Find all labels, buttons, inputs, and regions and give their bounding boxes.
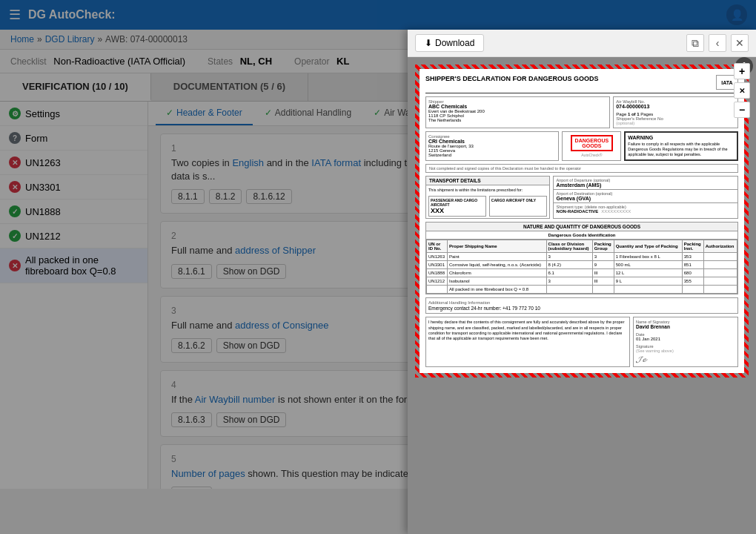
airport-dep-value: Amsterdam (AMS) — [557, 182, 735, 188]
handling-title: Additional Handling Information — [428, 300, 735, 305]
document-stripe-border: SHIPPER'S DECLARATION FOR DANGEROUS GOOD… — [415, 65, 749, 378]
consignee-addr3: Switzerland — [428, 153, 556, 157]
shipment-type-value2: XXXXXXXXXX — [601, 209, 631, 214]
signature-note: (See warning above) — [636, 349, 735, 353]
th-pg: PackingGroup — [592, 240, 614, 253]
zoom-out-btn[interactable]: − — [734, 102, 750, 118]
dg-logo: DANGEROUSGOODS — [571, 135, 614, 151]
download-icon: ⬇ — [425, 38, 432, 48]
nature-title: NATURE AND QUANTITY OF DANGEROUS GOODS — [426, 222, 737, 231]
passenger-cargo-label: PASSENGER AND CARGO AIRCRAFT XXX — [428, 196, 486, 217]
prev-page-btn[interactable]: ‹ — [709, 34, 726, 52]
shipper-addr3: The Netherlands — [428, 118, 607, 122]
zoom-in-btn[interactable]: + — [734, 63, 750, 79]
window-icon-btn[interactable]: ⧉ — [686, 34, 704, 52]
th-qty: Quantity and Type of Packing — [614, 240, 682, 253]
th-name: Proper Shipping Name — [447, 240, 546, 253]
close-modal-btn[interactable]: ✕ — [731, 34, 749, 52]
warning-text: Failure to comply in all respects with t… — [628, 142, 735, 157]
document-inner: SHIPPER'S DECLARATION FOR DANGEROUS GOOD… — [420, 69, 744, 373]
download-button[interactable]: ⬇ Download — [415, 34, 484, 52]
ref-value: (optional) — [616, 121, 735, 125]
airport-dest-value: Geneva (GVA) — [557, 196, 735, 201]
signed-copies-note: Not completed and signed copies of this … — [425, 164, 738, 173]
th-auth: Authorization — [703, 240, 737, 253]
transport-note: This shipment is within the limitations … — [426, 185, 549, 194]
doc-title: SHIPPER'S DECLARATION FOR DANGEROUS GOOD… — [425, 75, 599, 82]
signatory-name: David Brennan — [636, 324, 735, 329]
modal-toolbar: ⬇ Download ⧉ ‹ ✕ — [408, 30, 756, 57]
awb-value: 074-00000013 — [616, 104, 735, 109]
shipper-name: ABC Chemicals — [428, 104, 607, 109]
date-value: 01 Jan 2021 — [636, 337, 735, 341]
declaration-text: I hereby declare that the contents of th… — [428, 320, 627, 341]
dg-row-un3301: UN3301Corrosive liquid, self-heating, n.… — [427, 261, 737, 269]
dg-identification-label: Dangerous Goods Identification — [426, 231, 737, 240]
document-content: SHIPPER'S DECLARATION FOR DANGEROUS GOOD… — [420, 69, 744, 373]
modal-body: + ✕ − 1 SHIPPER'S DECLARATION FOR DANGER… — [408, 57, 756, 489]
modal-document-viewer: ⬇ Download ⧉ ‹ ✕ + ✕ − 1 — [408, 30, 756, 489]
dg-table: UN orID No. Proper Shipping Name Class o… — [426, 240, 737, 294]
handling-text: Emergency contact 24-hr number: +41 79 7… — [428, 306, 735, 311]
th-class: Class or Division(subsidiary hazard) — [546, 240, 592, 253]
cargo-only-label: CARGO AIRCRAFT ONLY — [489, 196, 547, 217]
dg-row-un1263: UN1263Paint331 Fibreboard box x 8 L353 — [427, 253, 737, 261]
dg-row-un1212: UN1212Isobutanol3III9 L355 — [427, 277, 737, 286]
signature-scrawl: 𝓙𝓮 — [636, 355, 735, 364]
warning-title: WARNING — [628, 135, 735, 140]
shipment-type-value: NON-RADIOACTIVE — [557, 209, 599, 214]
consignee-name: CRI Chemicals — [428, 139, 556, 144]
th-un: UN orID No. — [427, 240, 448, 253]
dg-row-all-packed: All packed in one fibreboard box Q = 0.8 — [427, 286, 737, 294]
zoom-fit-btn[interactable]: ✕ — [734, 82, 750, 99]
download-label: Download — [435, 38, 474, 48]
modal-overlay: ⬇ Download ⧉ ‹ ✕ + ✕ − 1 — [0, 0, 756, 489]
autocheck-logo: AutoCheck® — [581, 153, 602, 157]
transport-title: TRANSPORT DETAILS — [426, 177, 549, 185]
th-pi: PackingInst. — [682, 240, 703, 253]
dg-row-un1888: UN1888Chloroform6.1III12 L680 — [427, 269, 737, 277]
